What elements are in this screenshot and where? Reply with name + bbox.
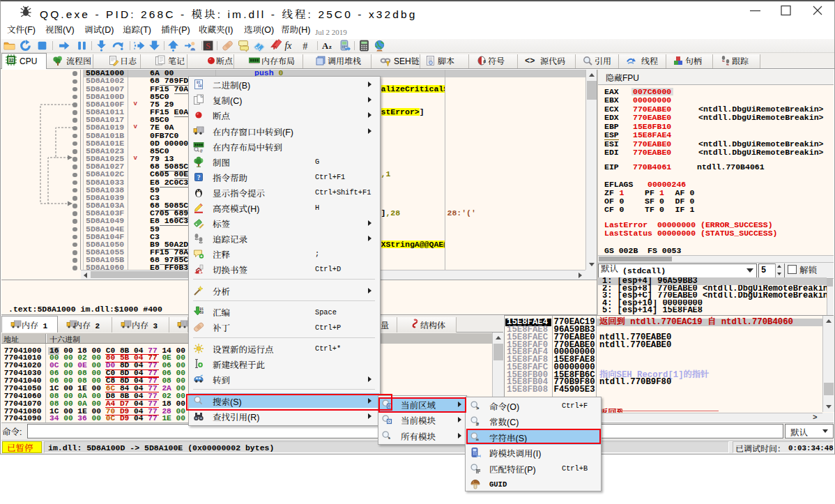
svg-text:z: z (329, 43, 332, 50)
svg-text:a: a (483, 58, 486, 64)
svg-text:*: * (388, 436, 391, 442)
svg-text:10: 10 (198, 84, 202, 88)
svg-text:@: @ (200, 148, 203, 153)
svg-text:fx: fx (285, 40, 293, 51)
svg-text:10: 10 (200, 311, 204, 314)
svg-text:>: > (476, 406, 480, 411)
svg-text:#: # (302, 40, 307, 52)
svg-text:S: S (206, 42, 210, 51)
svg-text:A: A (322, 41, 329, 51)
svg-text:?: ? (197, 174, 201, 181)
svg-text:<>: <> (525, 56, 535, 66)
svg-text:#: # (476, 421, 480, 427)
